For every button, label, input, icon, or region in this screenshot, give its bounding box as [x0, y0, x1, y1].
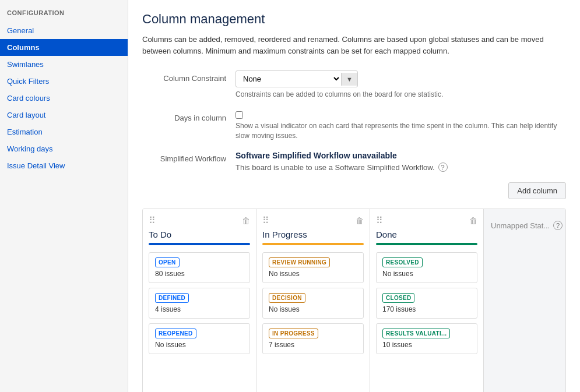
simplified-workflow-row: Simplified Workflow Software Simplified …: [142, 151, 566, 172]
column-bar: [149, 243, 250, 245]
column-header: ⠿ 🗑: [370, 209, 483, 229]
add-column-button[interactable]: Add column: [508, 182, 566, 199]
status-badge: IN PROGRESS: [269, 329, 318, 338]
delete-column-icon[interactable]: 🗑: [469, 216, 477, 225]
status-card: DECISION No issues: [262, 288, 364, 319]
sidebar-item-quick-filters[interactable]: Quick Filters: [0, 73, 128, 90]
status-badge: RESULTS VALUATI...: [382, 329, 450, 338]
status-card: DEFINED 4 issues: [149, 288, 250, 319]
column-header: ⠿ 🗑: [256, 209, 370, 229]
status-card: OPEN 80 issues: [149, 252, 250, 283]
status-badge: DEFINED: [155, 293, 189, 303]
board-column-to-do: ⠿ 🗑 To Do OPEN 80 issues DEFINED 4 issue…: [143, 209, 256, 392]
unmapped-column: Unmapped Stat... ?: [484, 209, 566, 392]
drag-handle-icon[interactable]: ⠿: [262, 215, 269, 226]
drag-handle-icon[interactable]: ⠿: [149, 215, 156, 226]
workflow-sub: This board is unable to use a Software S…: [235, 163, 566, 172]
status-issues: 170 issues: [382, 305, 471, 313]
status-issues: No issues: [269, 270, 357, 278]
sidebar-item-swimlanes[interactable]: Swimlanes: [0, 56, 128, 73]
column-constraint-label: Column Constraint: [142, 70, 235, 83]
column-bar: [376, 243, 477, 245]
status-issues: No issues: [382, 270, 471, 278]
column-bar: [262, 243, 364, 245]
add-column-row: Add column: [142, 182, 566, 199]
board-column-done: ⠿ 🗑 Done RESOLVED No issues CLOSED 170 i…: [370, 209, 484, 392]
column-constraint-row: Column Constraint None ▼ Constraints can…: [142, 70, 566, 100]
column-constraint-hint: Constraints can be added to columns on t…: [235, 90, 566, 100]
main-content: Column management Columns can be added, …: [128, 0, 580, 392]
sidebar-item-general[interactable]: General: [0, 22, 128, 39]
delete-column-icon[interactable]: 🗑: [356, 216, 364, 225]
sidebar: CONFIGURATION GeneralColumnsSwimlanesQui…: [0, 0, 128, 392]
status-issues: 80 issues: [155, 270, 244, 278]
board-area: ⠿ 🗑 To Do OPEN 80 issues DEFINED 4 issue…: [142, 209, 566, 392]
days-in-column-label: Days in column: [142, 110, 235, 122]
column-name: In Progress: [256, 229, 370, 243]
status-badge: RESOLVED: [382, 257, 423, 267]
workflow-sub-text: This board is unable to use a Software S…: [235, 163, 435, 172]
sidebar-item-estimation[interactable]: Estimation: [0, 123, 128, 140]
workflow-title: Software Simplified Workflow unavailable: [235, 151, 566, 160]
column-constraint-content: None ▼ Constraints can be added to colum…: [235, 70, 566, 100]
status-badge: CLOSED: [382, 293, 414, 303]
page-description: Columns can be added, removed, reordered…: [142, 34, 566, 56]
days-in-column-hint: Show a visual indicator on each card tha…: [235, 121, 566, 141]
column-constraint-select-wrapper[interactable]: None ▼: [235, 70, 358, 87]
status-card: IN PROGRESS 7 issues: [262, 323, 364, 354]
status-issues: 7 issues: [269, 341, 357, 349]
status-card: RESOLVED No issues: [376, 252, 477, 283]
sidebar-item-issue-detail-view[interactable]: Issue Detail View: [0, 157, 128, 174]
days-in-column-checkbox[interactable]: [235, 111, 243, 119]
delete-column-icon[interactable]: 🗑: [242, 216, 250, 225]
days-in-column-content: Show a visual indicator on each card tha…: [235, 110, 566, 141]
sidebar-item-working-days[interactable]: Working days: [0, 140, 128, 157]
column-name: To Do: [143, 229, 256, 243]
simplified-workflow-label: Simplified Workflow: [142, 151, 235, 163]
status-card: RESULTS VALUATI... 10 issues: [376, 323, 477, 354]
status-badge: DECISION: [269, 293, 305, 303]
status-card: REVIEW RUNNING No issues: [262, 252, 364, 283]
status-badge: REVIEW RUNNING: [269, 257, 330, 267]
drag-handle-icon[interactable]: ⠿: [376, 215, 383, 226]
sidebar-item-card-colours[interactable]: Card colours: [0, 90, 128, 107]
sidebar-title: CONFIGURATION: [0, 9, 128, 22]
select-arrow-icon: ▼: [341, 73, 357, 86]
column-header: ⠿ 🗑: [143, 209, 256, 229]
page-title: Column management: [142, 12, 566, 27]
sidebar-item-card-layout[interactable]: Card layout: [0, 107, 128, 123]
status-badge: REOPENED: [155, 329, 196, 338]
column-constraint-select[interactable]: None: [236, 71, 341, 87]
status-issues: 4 issues: [155, 305, 244, 313]
sidebar-item-columns[interactable]: Columns: [0, 39, 128, 56]
column-name: Done: [370, 229, 483, 243]
days-in-column-checkbox-row: [235, 110, 566, 119]
status-issues: 10 issues: [382, 341, 471, 349]
status-card: CLOSED 170 issues: [376, 288, 477, 319]
simplified-workflow-content: Software Simplified Workflow unavailable…: [235, 151, 566, 172]
status-badge: OPEN: [155, 257, 180, 267]
days-in-column-row: Days in column Show a visual indicator o…: [142, 110, 566, 141]
status-issues: No issues: [269, 305, 357, 313]
status-issues: No issues: [155, 341, 244, 349]
unmapped-label-text: Unmapped Stat...: [491, 221, 550, 230]
workflow-help-icon[interactable]: ?: [438, 163, 448, 172]
status-card: REOPENED No issues: [149, 323, 250, 354]
board-column-in-progress: ⠿ 🗑 In Progress REVIEW RUNNING No issues…: [256, 209, 370, 392]
unmapped-label: Unmapped Stat... ?: [491, 216, 564, 230]
unmapped-help-icon[interactable]: ?: [553, 221, 563, 230]
